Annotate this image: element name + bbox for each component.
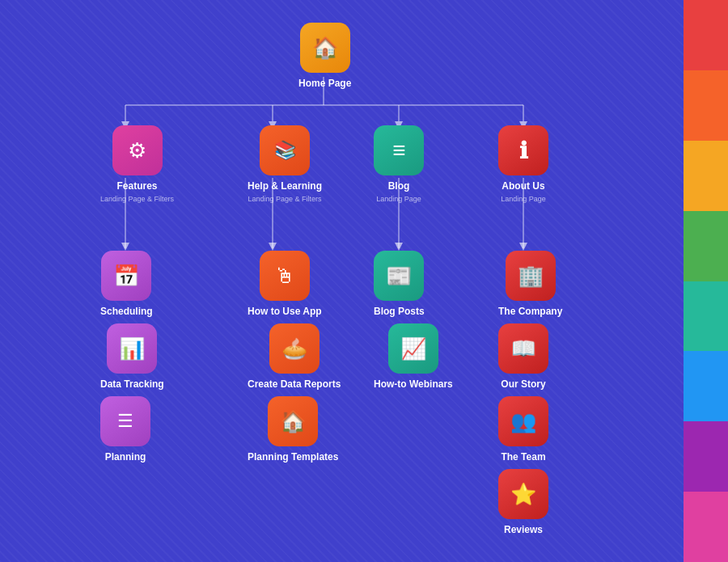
about-us-label: About Us (502, 180, 544, 193)
the-company-icon: 🏢 (506, 251, 556, 301)
color-bar-green (684, 211, 728, 281)
color-bar-red (684, 0, 728, 70)
data-tracking-node[interactable]: 📊 Data Tracking (100, 323, 164, 391)
reviews-icon: ⭐ (498, 469, 548, 519)
svg-marker-18 (519, 243, 527, 251)
scheduling-label: Scheduling (100, 306, 153, 319)
about-us-sublabel: Landing Page (501, 195, 546, 203)
color-bar-pink (684, 492, 728, 562)
features-label: Features (117, 180, 158, 193)
color-bar-purple (684, 421, 728, 492)
color-bar-orange (684, 141, 728, 211)
planning-templates-icon: 🏠 (268, 396, 318, 446)
how-to-webinars-icon: 📈 (388, 323, 438, 374)
reviews-label: Reviews (504, 524, 543, 537)
create-data-reports-label: Create Data Reports (248, 378, 341, 391)
the-team-icon: 👥 (498, 396, 548, 446)
planning-node[interactable]: ☰ Planning (100, 396, 150, 464)
scheduling-node[interactable]: 📅 Scheduling (100, 251, 153, 319)
homepage-label: Home Page (298, 78, 351, 91)
blog-sublabel: Landing Page (376, 195, 421, 203)
help-learning-sublabel: Landing Page & Filters (248, 195, 321, 203)
planning-templates-node[interactable]: 🏠 Planning Templates (248, 396, 338, 464)
blog-posts-label: Blog Posts (374, 306, 425, 319)
how-to-use-app-icon: 🖱 (260, 251, 310, 301)
features-icon: ⚙ (112, 125, 163, 175)
svg-marker-12 (121, 243, 129, 251)
color-bar-orange-dark (684, 70, 728, 141)
planning-icon: ☰ (100, 396, 150, 446)
create-data-reports-icon: 🥧 (269, 323, 320, 374)
svg-marker-14 (269, 243, 277, 251)
blog-label: Blog (388, 180, 410, 193)
data-tracking-label: Data Tracking (100, 378, 164, 391)
color-bar-blue (684, 351, 728, 421)
our-story-label: Our Story (501, 378, 545, 391)
scheduling-icon: 📅 (101, 251, 151, 301)
how-to-use-app-node[interactable]: 🖱 How to Use App (248, 251, 322, 319)
our-story-icon: 📖 (498, 323, 548, 374)
data-tracking-icon: 📊 (107, 323, 157, 374)
svg-marker-16 (395, 243, 403, 251)
how-to-webinars-node[interactable]: 📈 How-to Webinars (374, 323, 453, 391)
homepage-node[interactable]: 🏠 Home Page (298, 23, 351, 91)
blog-node[interactable]: ≡ Blog Landing Page (374, 125, 424, 203)
the-company-node[interactable]: 🏢 The Company (498, 251, 562, 319)
about-us-icon: ℹ (498, 125, 548, 175)
help-learning-node[interactable]: 📚 Help & Learning Landing Page & Filters (248, 125, 322, 203)
color-bars (684, 0, 728, 562)
blog-posts-icon: 📰 (374, 251, 424, 301)
about-us-node[interactable]: ℹ About Us Landing Page (498, 125, 548, 203)
the-company-label: The Company (498, 306, 562, 319)
planning-label: Planning (105, 451, 146, 464)
homepage-icon: 🏠 (300, 23, 350, 73)
help-learning-label: Help & Learning (248, 180, 322, 193)
how-to-webinars-label: How-to Webinars (374, 378, 453, 391)
features-sublabel: Landing Page & Filters (100, 195, 174, 203)
blog-icon: ≡ (374, 125, 424, 175)
planning-templates-label: Planning Templates (248, 451, 338, 464)
blog-posts-node[interactable]: 📰 Blog Posts (374, 251, 425, 319)
our-story-node[interactable]: 📖 Our Story (498, 323, 548, 391)
how-to-use-app-label: How to Use App (248, 306, 322, 319)
create-data-reports-node[interactable]: 🥧 Create Data Reports (248, 323, 341, 391)
the-team-label: The Team (501, 451, 545, 464)
reviews-node[interactable]: ⭐ Reviews (498, 469, 548, 537)
features-node[interactable]: ⚙ Features Landing Page & Filters (100, 125, 174, 203)
color-bar-teal (684, 281, 728, 352)
the-team-node[interactable]: 👥 The Team (498, 396, 548, 464)
help-learning-icon: 📚 (260, 125, 310, 175)
